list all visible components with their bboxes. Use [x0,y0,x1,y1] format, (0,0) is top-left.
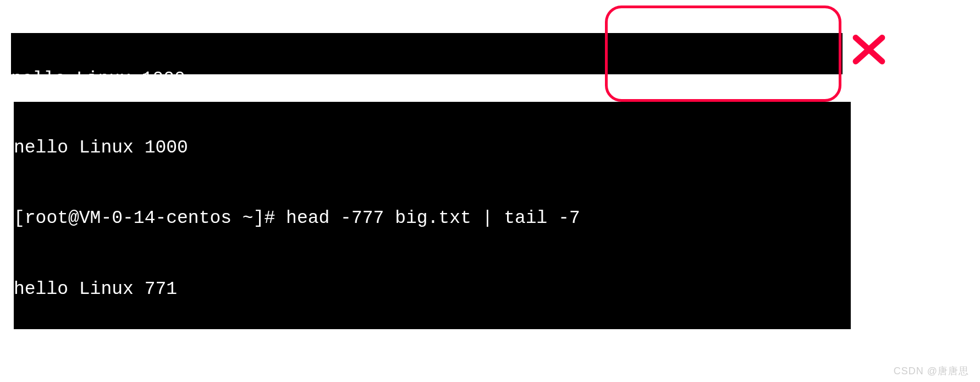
x-icon [850,33,888,66]
terminal-block-2: nello Linux 1000 [root@VM-0-14-centos ~]… [14,102,851,329]
shell-command: head -777 big.txt | tail -7 [286,208,580,228]
command-line: [root@VM-0-14-centos ~]# head -777 big.t… [14,207,851,231]
output-line: nello Linux 1000 [14,137,851,160]
svg-line-1 [856,37,882,61]
watermark-text: CSDN @唐唐思 [894,365,969,378]
svg-line-0 [856,37,882,61]
terminal-block-1: nello Linux 1000 [root@VM-0-14-centos ~]… [11,33,843,74]
shell-prompt: [root@VM-0-14-centos ~]# [14,208,286,228]
output-line: nello Linux 1000 [11,68,843,74]
output-line: hello Linux 771 [14,278,851,302]
